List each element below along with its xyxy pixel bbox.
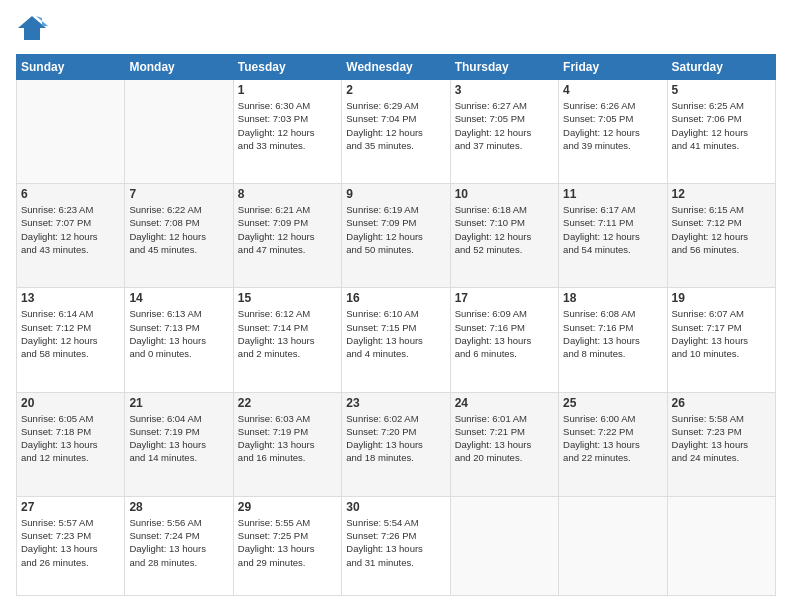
week-row-4: 20Sunrise: 6:05 AM Sunset: 7:18 PM Dayli… [17,392,776,496]
day-info: Sunrise: 5:55 AM Sunset: 7:25 PM Dayligh… [238,516,337,569]
day-number: 28 [129,500,228,514]
day-info: Sunrise: 6:10 AM Sunset: 7:15 PM Dayligh… [346,307,445,360]
day-info: Sunrise: 6:14 AM Sunset: 7:12 PM Dayligh… [21,307,120,360]
day-info: Sunrise: 6:29 AM Sunset: 7:04 PM Dayligh… [346,99,445,152]
calendar-cell: 11Sunrise: 6:17 AM Sunset: 7:11 PM Dayli… [559,184,667,288]
day-info: Sunrise: 6:19 AM Sunset: 7:09 PM Dayligh… [346,203,445,256]
day-info: Sunrise: 6:25 AM Sunset: 7:06 PM Dayligh… [672,99,771,152]
calendar-cell: 2Sunrise: 6:29 AM Sunset: 7:04 PM Daylig… [342,80,450,184]
calendar-cell: 7Sunrise: 6:22 AM Sunset: 7:08 PM Daylig… [125,184,233,288]
calendar-cell: 3Sunrise: 6:27 AM Sunset: 7:05 PM Daylig… [450,80,558,184]
day-number: 18 [563,291,662,305]
day-number: 21 [129,396,228,410]
day-number: 2 [346,83,445,97]
calendar-table: SundayMondayTuesdayWednesdayThursdayFrid… [16,54,776,596]
day-info: Sunrise: 6:01 AM Sunset: 7:21 PM Dayligh… [455,412,554,465]
day-info: Sunrise: 5:56 AM Sunset: 7:24 PM Dayligh… [129,516,228,569]
week-row-1: 1Sunrise: 6:30 AM Sunset: 7:03 PM Daylig… [17,80,776,184]
calendar-cell: 17Sunrise: 6:09 AM Sunset: 7:16 PM Dayli… [450,288,558,392]
week-row-5: 27Sunrise: 5:57 AM Sunset: 7:23 PM Dayli… [17,496,776,595]
weekday-header-monday: Monday [125,55,233,80]
day-number: 29 [238,500,337,514]
day-number: 16 [346,291,445,305]
day-info: Sunrise: 6:05 AM Sunset: 7:18 PM Dayligh… [21,412,120,465]
day-number: 25 [563,396,662,410]
calendar-cell: 4Sunrise: 6:26 AM Sunset: 7:05 PM Daylig… [559,80,667,184]
calendar-cell: 14Sunrise: 6:13 AM Sunset: 7:13 PM Dayli… [125,288,233,392]
day-number: 24 [455,396,554,410]
day-info: Sunrise: 5:58 AM Sunset: 7:23 PM Dayligh… [672,412,771,465]
day-info: Sunrise: 6:30 AM Sunset: 7:03 PM Dayligh… [238,99,337,152]
calendar-cell: 12Sunrise: 6:15 AM Sunset: 7:12 PM Dayli… [667,184,775,288]
day-info: Sunrise: 6:13 AM Sunset: 7:13 PM Dayligh… [129,307,228,360]
day-number: 9 [346,187,445,201]
day-info: Sunrise: 6:26 AM Sunset: 7:05 PM Dayligh… [563,99,662,152]
calendar-cell: 1Sunrise: 6:30 AM Sunset: 7:03 PM Daylig… [233,80,341,184]
day-number: 5 [672,83,771,97]
weekday-header-row: SundayMondayTuesdayWednesdayThursdayFrid… [17,55,776,80]
day-number: 12 [672,187,771,201]
calendar-cell: 10Sunrise: 6:18 AM Sunset: 7:10 PM Dayli… [450,184,558,288]
calendar-cell: 18Sunrise: 6:08 AM Sunset: 7:16 PM Dayli… [559,288,667,392]
calendar-cell: 24Sunrise: 6:01 AM Sunset: 7:21 PM Dayli… [450,392,558,496]
day-info: Sunrise: 6:22 AM Sunset: 7:08 PM Dayligh… [129,203,228,256]
day-number: 7 [129,187,228,201]
week-row-3: 13Sunrise: 6:14 AM Sunset: 7:12 PM Dayli… [17,288,776,392]
page: SundayMondayTuesdayWednesdayThursdayFrid… [0,0,792,612]
day-info: Sunrise: 6:21 AM Sunset: 7:09 PM Dayligh… [238,203,337,256]
day-info: Sunrise: 6:04 AM Sunset: 7:19 PM Dayligh… [129,412,228,465]
weekday-header-thursday: Thursday [450,55,558,80]
calendar-cell: 15Sunrise: 6:12 AM Sunset: 7:14 PM Dayli… [233,288,341,392]
calendar-cell: 30Sunrise: 5:54 AM Sunset: 7:26 PM Dayli… [342,496,450,595]
day-number: 26 [672,396,771,410]
day-info: Sunrise: 6:09 AM Sunset: 7:16 PM Dayligh… [455,307,554,360]
day-number: 10 [455,187,554,201]
day-number: 1 [238,83,337,97]
day-info: Sunrise: 6:18 AM Sunset: 7:10 PM Dayligh… [455,203,554,256]
calendar-cell [667,496,775,595]
calendar-cell: 20Sunrise: 6:05 AM Sunset: 7:18 PM Dayli… [17,392,125,496]
logo-icon [16,14,48,42]
calendar-cell: 28Sunrise: 5:56 AM Sunset: 7:24 PM Dayli… [125,496,233,595]
calendar-cell [17,80,125,184]
day-number: 19 [672,291,771,305]
day-info: Sunrise: 6:17 AM Sunset: 7:11 PM Dayligh… [563,203,662,256]
day-number: 4 [563,83,662,97]
day-number: 22 [238,396,337,410]
day-number: 27 [21,500,120,514]
weekday-header-saturday: Saturday [667,55,775,80]
calendar-cell: 6Sunrise: 6:23 AM Sunset: 7:07 PM Daylig… [17,184,125,288]
calendar-cell: 25Sunrise: 6:00 AM Sunset: 7:22 PM Dayli… [559,392,667,496]
day-info: Sunrise: 6:03 AM Sunset: 7:19 PM Dayligh… [238,412,337,465]
day-number: 17 [455,291,554,305]
day-number: 11 [563,187,662,201]
day-number: 14 [129,291,228,305]
calendar-cell: 29Sunrise: 5:55 AM Sunset: 7:25 PM Dayli… [233,496,341,595]
weekday-header-sunday: Sunday [17,55,125,80]
day-number: 8 [238,187,337,201]
day-number: 3 [455,83,554,97]
header [16,16,776,44]
calendar-cell: 19Sunrise: 6:07 AM Sunset: 7:17 PM Dayli… [667,288,775,392]
day-info: Sunrise: 6:27 AM Sunset: 7:05 PM Dayligh… [455,99,554,152]
calendar-cell: 16Sunrise: 6:10 AM Sunset: 7:15 PM Dayli… [342,288,450,392]
day-info: Sunrise: 6:08 AM Sunset: 7:16 PM Dayligh… [563,307,662,360]
calendar-cell [450,496,558,595]
day-info: Sunrise: 6:15 AM Sunset: 7:12 PM Dayligh… [672,203,771,256]
calendar-cell: 21Sunrise: 6:04 AM Sunset: 7:19 PM Dayli… [125,392,233,496]
day-info: Sunrise: 6:00 AM Sunset: 7:22 PM Dayligh… [563,412,662,465]
calendar-cell: 26Sunrise: 5:58 AM Sunset: 7:23 PM Dayli… [667,392,775,496]
calendar-cell: 13Sunrise: 6:14 AM Sunset: 7:12 PM Dayli… [17,288,125,392]
day-info: Sunrise: 6:12 AM Sunset: 7:14 PM Dayligh… [238,307,337,360]
calendar-cell: 9Sunrise: 6:19 AM Sunset: 7:09 PM Daylig… [342,184,450,288]
day-number: 13 [21,291,120,305]
day-number: 30 [346,500,445,514]
calendar-cell: 22Sunrise: 6:03 AM Sunset: 7:19 PM Dayli… [233,392,341,496]
calendar-cell [559,496,667,595]
week-row-2: 6Sunrise: 6:23 AM Sunset: 7:07 PM Daylig… [17,184,776,288]
day-info: Sunrise: 6:02 AM Sunset: 7:20 PM Dayligh… [346,412,445,465]
weekday-header-tuesday: Tuesday [233,55,341,80]
day-number: 6 [21,187,120,201]
day-info: Sunrise: 6:23 AM Sunset: 7:07 PM Dayligh… [21,203,120,256]
day-info: Sunrise: 5:57 AM Sunset: 7:23 PM Dayligh… [21,516,120,569]
